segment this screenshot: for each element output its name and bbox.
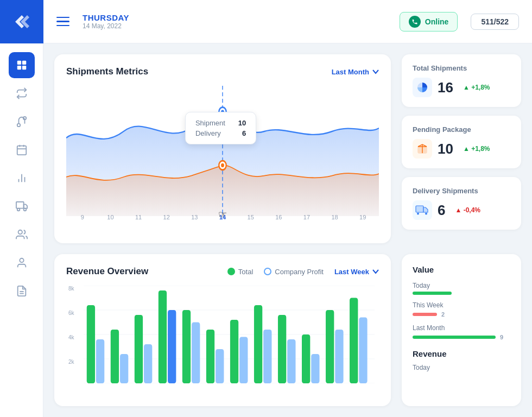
delivery-shipments-title: Delivery Shipments <box>413 187 510 195</box>
delivery-shipments-row: 6 ▲ -0,4% <box>413 200 510 220</box>
sidebar-item-team[interactable] <box>9 222 35 248</box>
svg-rect-51 <box>254 305 262 383</box>
value-row-thisweek: This Week 2 <box>413 301 510 318</box>
pending-package-card: Pending Package 10 ▲ +1,8% <box>402 116 521 168</box>
legend-total-label: Total <box>238 268 253 276</box>
chevron-down-icon <box>372 268 379 275</box>
calendar-icon <box>16 144 28 156</box>
package-icon <box>413 139 432 159</box>
delivery-shipments-change: ▲ -0,4% <box>455 206 480 214</box>
truck-nav-icon <box>16 200 28 212</box>
svg-rect-13 <box>16 202 23 208</box>
total-shipments-title: Total Shipments <box>413 64 510 72</box>
value-today-bar <box>413 292 452 295</box>
revenue-row-today: Today <box>413 364 510 371</box>
pending-package-value: 10 <box>438 141 453 157</box>
revenue-title: Revenue Overview <box>66 266 148 277</box>
svg-rect-45 <box>182 310 191 383</box>
sidebar-item-transfer[interactable] <box>9 80 35 106</box>
transfer-icon <box>16 87 28 99</box>
svg-rect-38 <box>96 339 104 383</box>
tooltip-shipment-value: 10 <box>238 119 246 127</box>
revenue-today-label: Today <box>413 364 510 371</box>
svg-rect-58 <box>335 330 343 383</box>
svg-rect-57 <box>326 310 334 383</box>
value-lastmonth-bar <box>413 336 496 339</box>
revenue-overview-card: Revenue Overview Total Company Profit <box>54 254 391 406</box>
svg-rect-40 <box>120 354 128 383</box>
legend-total: Total <box>227 268 253 276</box>
sidebar-item-analytics[interactable] <box>9 165 35 191</box>
pie-chart-icon <box>413 78 432 97</box>
revenue-filter-btn[interactable]: Last Week <box>334 268 379 276</box>
svg-point-17 <box>20 258 23 262</box>
svg-rect-42 <box>144 344 152 383</box>
revenue-legend: Total Company Profit <box>227 268 324 276</box>
sidebar-item-truck[interactable] <box>9 193 35 219</box>
metrics-filter-btn[interactable]: Last Month <box>332 68 379 76</box>
sidebar-item-route[interactable] <box>9 109 35 135</box>
svg-rect-50 <box>239 337 248 384</box>
svg-rect-6 <box>17 146 26 155</box>
revenue-section-title: Revenue <box>413 349 510 358</box>
svg-rect-46 <box>192 323 200 384</box>
date-info: Thursday 14 May, 2022 <box>83 13 129 30</box>
value-panel-title: Value <box>413 265 510 274</box>
dashboard-icon <box>16 59 28 71</box>
contact-icon <box>16 257 28 269</box>
svg-rect-2 <box>17 66 21 70</box>
y-label-2k: 2k <box>68 359 74 365</box>
sidebar-item-dashboard[interactable] <box>9 52 35 78</box>
svg-point-30 <box>417 213 419 215</box>
sidebar-item-contact[interactable] <box>9 250 35 276</box>
menu-button[interactable] <box>56 17 69 27</box>
legend-profit-dot <box>264 268 271 275</box>
sidebar-item-schedule[interactable] <box>9 137 35 163</box>
chevron-down-icon <box>372 68 379 75</box>
pending-package-title: Pending Package <box>413 125 510 134</box>
svg-rect-56 <box>311 354 319 383</box>
tooltip-shipment-row: Shipment 10 <box>195 119 246 127</box>
svg-rect-60 <box>359 318 367 384</box>
delivery-truck-icon <box>413 200 432 220</box>
tooltip-shipment-label: Shipment <box>195 119 225 127</box>
svg-rect-39 <box>111 330 119 383</box>
value-lastmonth-label: Last Month <box>413 324 510 332</box>
route-icon <box>16 116 28 128</box>
stats-panel: Total Shipments 16 ▲ +1,8% <box>402 54 521 243</box>
analytics-icon <box>16 172 28 184</box>
main-area: Thursday 14 May, 2022 Online 511/522 Shi… <box>43 0 532 417</box>
team-icon <box>16 229 28 241</box>
cursor-icon: ☞ <box>218 208 227 220</box>
phone-icon <box>409 16 421 28</box>
svg-rect-47 <box>206 330 214 383</box>
pending-package-row: 10 ▲ +1,8% <box>413 139 510 159</box>
online-status[interactable]: Online <box>400 12 458 31</box>
svg-rect-0 <box>17 61 21 65</box>
shipments-chart: Shipment 10 Delivery 6 ☞ <box>66 86 379 216</box>
svg-rect-59 <box>350 298 358 384</box>
legend-profit-label: Company Profit <box>275 268 324 276</box>
value-thisweek-bar <box>413 313 437 316</box>
svg-point-15 <box>23 208 26 211</box>
svg-rect-1 <box>22 61 26 65</box>
document-icon <box>16 285 28 297</box>
logo-icon <box>12 12 31 31</box>
shipment-count-badge: 511/522 <box>471 14 519 30</box>
top-bar: Thursday 14 May, 2022 Online 511/522 <box>43 0 532 43</box>
logo[interactable] <box>0 0 43 43</box>
svg-rect-29 <box>416 206 423 212</box>
tooltip-delivery-value: 6 <box>242 129 246 137</box>
sidebar-item-documents[interactable] <box>9 278 35 304</box>
value-thisweek-label: This Week <box>413 301 510 309</box>
y-label-4k: 4k <box>68 334 74 340</box>
svg-point-4 <box>17 124 20 127</box>
metrics-title: Shipments Metrics <box>66 66 148 77</box>
value-row-today: Today <box>413 282 510 295</box>
svg-rect-54 <box>287 339 295 383</box>
value-panel: Value Today This Week 2 Last Month 9 <box>402 254 521 406</box>
svg-point-24 <box>221 163 224 167</box>
total-shipments-card: Total Shipments 16 ▲ +1,8% <box>402 54 521 107</box>
svg-rect-55 <box>302 334 310 383</box>
svg-point-14 <box>17 208 20 211</box>
